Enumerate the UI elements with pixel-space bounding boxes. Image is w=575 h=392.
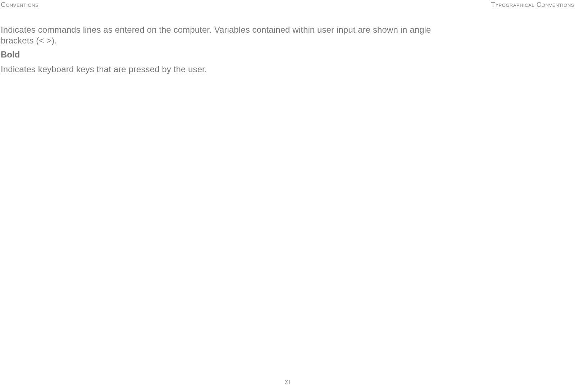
paragraph-commands-description: Indicates commands lines as entered on t… (1, 24, 432, 46)
header-right-label: Typographical Conventions (491, 1, 574, 9)
page-content: Indicates commands lines as entered on t… (0, 9, 572, 75)
page-number: XI (285, 379, 290, 385)
paragraph-bold-description: Indicates keyboard keys that are pressed… (1, 64, 572, 75)
bold-heading-label: Bold (1, 50, 572, 60)
header-left-label: Conventions (1, 1, 38, 9)
page-header: Conventions Typographical Conventions (0, 0, 575, 9)
